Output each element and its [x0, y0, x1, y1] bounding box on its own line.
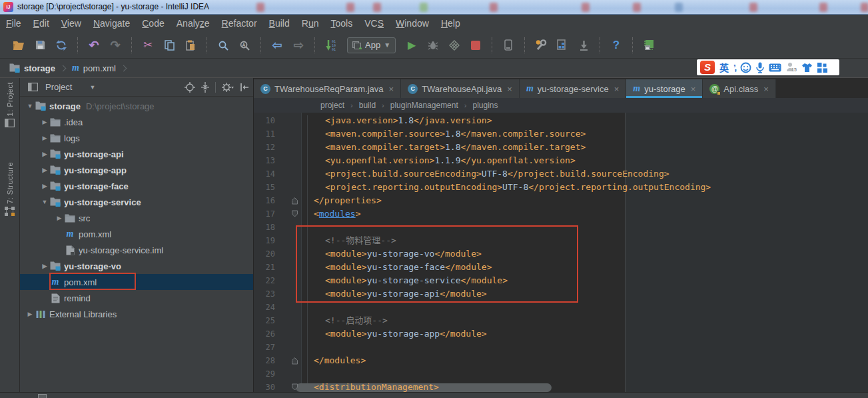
tool-stripe--structure[interactable]: 7: Structure — [5, 162, 15, 216]
locate-icon[interactable] — [185, 82, 195, 93]
toolbar-back-button[interactable]: ⇦ — [268, 37, 286, 54]
chevron-right-icon[interactable]: ▶ — [40, 135, 49, 141]
code-viewport[interactable]: 10<java.version>1.8</java.version>11<mav… — [254, 113, 868, 393]
tool-stripe--project[interactable]: 1: Project — [5, 82, 15, 127]
chevron-right-icon[interactable]: ▶ — [40, 119, 49, 125]
chevron-down-icon[interactable]: ▼ — [89, 84, 95, 91]
tree-item-pom.xml[interactable]: mpom.xml — [20, 226, 253, 242]
close-icon[interactable]: × — [614, 84, 620, 94]
tab-yu-storage[interactable]: myu-storage× — [626, 79, 703, 98]
menu-help[interactable]: Help — [435, 15, 466, 32]
chevron-right-icon[interactable]: ▶ — [25, 311, 35, 317]
fold-marker-icon[interactable] — [291, 383, 299, 391]
chevron-right-icon[interactable]: ▶ — [40, 263, 49, 269]
toolbar-sync-button[interactable] — [53, 37, 70, 54]
toolbar-stop-button[interactable] — [467, 37, 484, 54]
xml-tag-link[interactable]: modules — [319, 209, 356, 219]
tree-item-yu-storage-face[interactable]: ▶yu-storage-face — [20, 178, 253, 194]
toolbar-coverage-button[interactable] — [446, 37, 463, 54]
gear-icon[interactable] — [221, 82, 234, 93]
toolbar-find-button[interactable] — [215, 37, 232, 54]
smiley-icon[interactable] — [740, 62, 751, 73]
fold-marker-icon[interactable] — [291, 357, 299, 365]
toolbar-run-button[interactable]: ▶ — [403, 37, 420, 54]
toolbar-copy-button[interactable] — [161, 37, 178, 54]
editor-breadcrumb-build[interactable]: build — [359, 101, 376, 110]
menu-code[interactable]: Code — [136, 15, 171, 32]
tab-twarehousereqparam.java[interactable]: CTWarehouseReqParam.java× — [254, 79, 401, 98]
tree-item-pom.xml[interactable]: mpom.xml — [20, 274, 253, 290]
toolbar-paste-button[interactable] — [182, 37, 199, 54]
menu-window[interactable]: Window — [390, 15, 435, 32]
toolbar-redo-button[interactable]: ↷ — [107, 37, 124, 54]
chevron-right-icon[interactable]: ▶ — [40, 167, 49, 173]
fold-marker-icon[interactable] — [291, 210, 299, 218]
toolbar-settings-button[interactable] — [532, 37, 550, 54]
tree-item-yu-storage-service[interactable]: ▼yu-storage-service — [20, 194, 253, 210]
toolbar-memory-button[interactable] — [640, 37, 657, 54]
breadcrumb-storage[interactable]: storage — [9, 63, 55, 73]
close-icon[interactable]: × — [507, 84, 512, 94]
run-configuration-select[interactable]: App▼ — [347, 37, 396, 53]
tree-item-storage[interactable]: ▼storageD:\project\storage — [20, 98, 253, 114]
tab-api.class[interactable]: @Api.class× — [703, 79, 776, 98]
chevron-down-icon[interactable]: ▼ — [25, 103, 35, 109]
toolbar-save-button[interactable] — [31, 37, 49, 54]
menu-file[interactable]: File — [0, 15, 27, 32]
toolbar-compare-button[interactable]: 011001 — [322, 37, 340, 54]
tree-item-src[interactable]: ▶src — [20, 210, 253, 226]
ime-language-mode[interactable]: 英 — [719, 61, 729, 74]
tree-item-external-libraries[interactable]: ▶External Libraries — [20, 306, 253, 322]
menu-tools[interactable]: Tools — [324, 15, 358, 32]
person-icon[interactable]: 15 — [786, 62, 797, 73]
close-icon[interactable]: × — [389, 84, 394, 94]
menu-analyze[interactable]: Analyze — [171, 15, 216, 32]
tree-item-yu-storage-app[interactable]: ▶yu-storage-app — [20, 162, 253, 178]
menu-run[interactable]: Run — [296, 15, 325, 32]
collapse-icon[interactable] — [201, 82, 210, 93]
menu-build[interactable]: Build — [263, 15, 296, 32]
fold-marker-icon[interactable] — [291, 197, 299, 205]
tree-item-logs[interactable]: ▶logs — [20, 130, 253, 146]
toolbar-open-folder-button[interactable] — [10, 37, 27, 54]
editor-breadcrumb-pluginManagement[interactable]: pluginManagement — [390, 101, 458, 110]
mic-icon[interactable] — [756, 62, 764, 73]
ime-punctuation-icon[interactable]: ’, — [733, 63, 735, 73]
toolbar-forward-button[interactable]: ⇨ — [290, 37, 307, 54]
toolbar-services-button[interactable] — [554, 37, 571, 54]
tab-yu-storage-service[interactable]: myu-storage-service× — [520, 79, 626, 98]
menu-refactor[interactable]: Refactor — [216, 15, 263, 32]
menu-view[interactable]: View — [55, 15, 87, 32]
shirt-icon[interactable] — [801, 63, 813, 73]
project-panel-title[interactable]: Project — [45, 82, 72, 92]
editor-breadcrumb-plugins[interactable]: plugins — [472, 101, 498, 110]
editor-breadcrumb-project[interactable]: project — [320, 101, 344, 110]
tree-item-remind[interactable]: remind — [20, 290, 253, 306]
toolbar-undo-button[interactable]: ↶ — [85, 37, 103, 54]
toolbar-cut-button[interactable]: ✂ — [139, 37, 157, 54]
tree-item-.idea[interactable]: ▶.idea — [20, 114, 253, 130]
tool-window-switcher-icon[interactable] — [38, 394, 47, 398]
menu-vcs[interactable]: VCS — [358, 15, 390, 32]
menu-navigate[interactable]: Navigate — [87, 15, 136, 32]
tree-item-yu-storage-vo[interactable]: ▶yu-storage-vo — [20, 258, 253, 274]
toolbar-help-button[interactable]: ? — [608, 37, 625, 54]
chevron-right-icon[interactable]: ▶ — [40, 151, 49, 157]
toolbar-device-button[interactable] — [500, 37, 517, 54]
toolbar-debug-button[interactable] — [424, 37, 442, 54]
tree-item-yu-storage-service.iml[interactable]: yu-storage-service.iml — [20, 242, 253, 258]
chevron-right-icon[interactable]: ▶ — [55, 215, 64, 221]
toolbar-update-button[interactable] — [575, 37, 592, 54]
grid-icon[interactable] — [817, 63, 827, 73]
hide-icon[interactable] — [240, 83, 249, 92]
keyboard-icon[interactable] — [769, 63, 781, 72]
tab-twarehouseapi.java[interactable]: CTWarehouseApi.java× — [401, 79, 520, 98]
menu-edit[interactable]: Edit — [27, 15, 55, 32]
sogou-logo-icon[interactable]: S — [700, 61, 715, 74]
close-icon[interactable]: × — [691, 84, 696, 94]
tree-item-yu-storage-api[interactable]: ▶yu-storage-api — [20, 146, 253, 162]
close-icon[interactable]: × — [763, 84, 769, 94]
chevron-down-icon[interactable]: ▼ — [40, 199, 49, 205]
breadcrumb-pom.xml[interactable]: mpom.xml — [72, 63, 116, 73]
chevron-right-icon[interactable]: ▶ — [40, 183, 49, 189]
